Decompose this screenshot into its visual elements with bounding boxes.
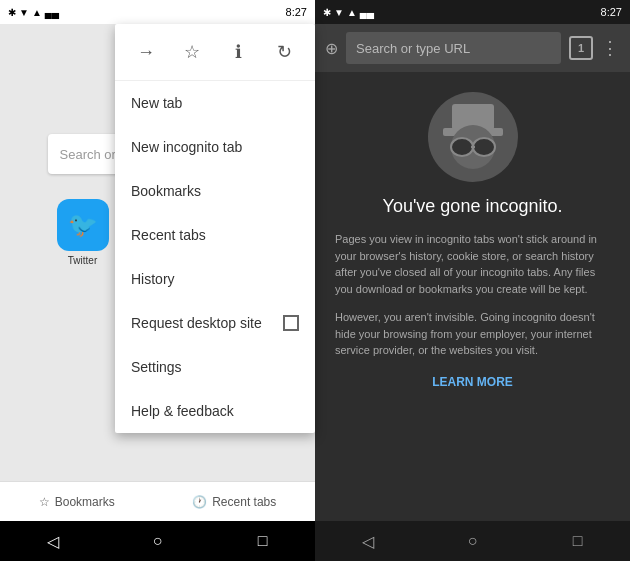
bluetooth-icon: ✱	[8, 7, 16, 18]
menu-dots-right[interactable]: ⋮	[601, 37, 620, 59]
status-bar-right: ✱ ▼ ▲ ▄▄ 8:27	[315, 0, 630, 24]
android-nav-right: ◁ ○ □	[315, 521, 630, 561]
incognito-description-2: However, you aren't invisible. Going inc…	[335, 309, 610, 359]
twitter-app-item[interactable]: 🐦 Twitter	[57, 199, 109, 288]
signal-icon: ▄▄	[45, 7, 59, 18]
twitter-label: Twitter	[68, 255, 97, 266]
left-panel: ✱ ▼ ▲ ▄▄ 8:27 G Search or type U... 🐦 Tw…	[0, 0, 315, 561]
right-panel: ✱ ▼ ▲ ▄▄ 8:27 ⊕ Search or type URL 1 ⋮	[315, 0, 630, 561]
address-bar-right: ⊕ Search or type URL 1 ⋮	[315, 24, 630, 72]
refresh-button[interactable]: ↻	[266, 34, 302, 70]
address-input-right[interactable]: Search or type URL	[346, 32, 561, 64]
bottom-nav-left: ☆ Bookmarks 🕐 Recent tabs	[0, 481, 315, 521]
learn-more-link[interactable]: LEARN MORE	[432, 375, 513, 389]
dropdown-menu: → ☆ ℹ ↻ New tabNew incognito tabBookmark…	[115, 24, 315, 433]
tab-count-badge[interactable]: 1	[569, 36, 593, 60]
dropdown-items-list: New tabNew incognito tabBookmarksRecent …	[115, 81, 315, 433]
bookmarks-icon: ☆	[39, 495, 50, 509]
incognito-illustration	[428, 92, 518, 182]
dropdown-item-new-incognito-tab[interactable]: New incognito tab	[115, 125, 315, 169]
wifi-icon-right: ▲	[347, 7, 357, 18]
dropdown-item-help-feedback[interactable]: Help & feedback	[115, 389, 315, 433]
recent-tabs-icon: 🕐	[192, 495, 207, 509]
recent-button-right[interactable]: □	[563, 526, 593, 556]
incognito-content: You've gone incognito. Pages you view in…	[315, 72, 630, 521]
time-left: 8:27	[286, 6, 307, 18]
time-right: 8:27	[601, 6, 622, 18]
back-button-left[interactable]: ◁	[38, 526, 68, 556]
android-nav-left: ◁ ○ □	[0, 521, 315, 561]
home-button-right[interactable]: ○	[458, 526, 488, 556]
dropdown-item-recent-tabs[interactable]: Recent tabs	[115, 213, 315, 257]
checkbox-request-desktop[interactable]	[283, 315, 299, 331]
notification-icon-right: ▼	[334, 7, 344, 18]
recent-button-left[interactable]: □	[248, 526, 278, 556]
bookmarks-nav-item[interactable]: ☆ Bookmarks	[39, 495, 115, 509]
recent-tabs-nav-item[interactable]: 🕐 Recent tabs	[192, 495, 276, 509]
dropdown-item-bookmarks[interactable]: Bookmarks	[115, 169, 315, 213]
dropdown-item-settings[interactable]: Settings	[115, 345, 315, 389]
twitter-icon: 🐦	[57, 199, 109, 251]
svg-point-4	[473, 138, 495, 156]
site-settings-icon: ⊕	[325, 39, 338, 58]
signal-icon-right: ▄▄	[360, 7, 374, 18]
incognito-avatar	[428, 92, 518, 182]
dropdown-item-history[interactable]: History	[115, 257, 315, 301]
svg-point-3	[451, 138, 473, 156]
bt-icon-right: ✱	[323, 7, 331, 18]
incognito-description-1: Pages you view in incognito tabs won't s…	[335, 231, 610, 297]
forward-button[interactable]: →	[128, 34, 164, 70]
dropdown-item-request-desktop[interactable]: Request desktop site	[115, 301, 315, 345]
status-icons-left: ✱ ▼ ▲ ▄▄	[8, 7, 59, 18]
status-bar-left: ✱ ▼ ▲ ▄▄ 8:27	[0, 0, 315, 24]
wifi-icon: ▲	[32, 7, 42, 18]
notification-icon: ▼	[19, 7, 29, 18]
incognito-title: You've gone incognito.	[383, 196, 563, 217]
bookmark-button[interactable]: ☆	[174, 34, 210, 70]
bookmarks-label: Bookmarks	[55, 495, 115, 509]
status-icons-right: ✱ ▼ ▲ ▄▄	[323, 7, 374, 18]
recent-tabs-label: Recent tabs	[212, 495, 276, 509]
dropdown-toolbar: → ☆ ℹ ↻	[115, 24, 315, 81]
address-placeholder: Search or type URL	[356, 41, 470, 56]
home-button-left[interactable]: ○	[143, 526, 173, 556]
dropdown-item-new-tab[interactable]: New tab	[115, 81, 315, 125]
back-button-right[interactable]: ◁	[353, 526, 383, 556]
info-button[interactable]: ℹ	[220, 34, 256, 70]
